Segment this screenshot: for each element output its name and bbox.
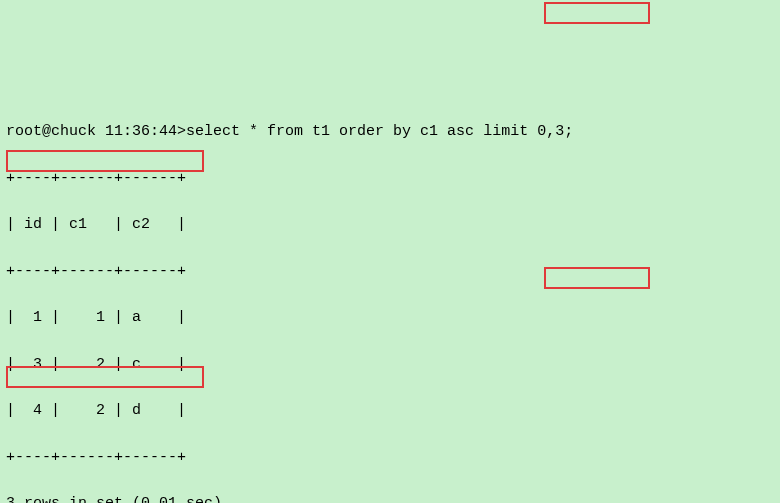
table-row: | 1 | 1 | a |	[6, 306, 774, 329]
highlight-limit-clause	[544, 2, 650, 24]
sql-limit-clause: limit 0,3;	[483, 123, 573, 140]
prompt-time: 11:36:44	[105, 123, 177, 140]
table-border: +----+------+------+	[6, 260, 774, 283]
prompt-line: root@chuck 11:36:44>select * from t1 ord…	[6, 120, 774, 143]
sql-query-text: select * from t1 order by c1 asc	[186, 123, 483, 140]
prompt-sep: >	[177, 123, 186, 140]
table-border: +----+------+------+	[6, 167, 774, 190]
result-footer: 3 rows in set (0.01 sec)	[6, 492, 774, 503]
table-row: | 4 | 2 | d |	[6, 399, 774, 422]
table-row: | 3 | 2 | c |	[6, 353, 774, 376]
prompt-label: root@chuck	[6, 123, 96, 140]
table-header: | id | c1 | c2 |	[6, 213, 774, 236]
table-border: +----+------+------+	[6, 446, 774, 469]
